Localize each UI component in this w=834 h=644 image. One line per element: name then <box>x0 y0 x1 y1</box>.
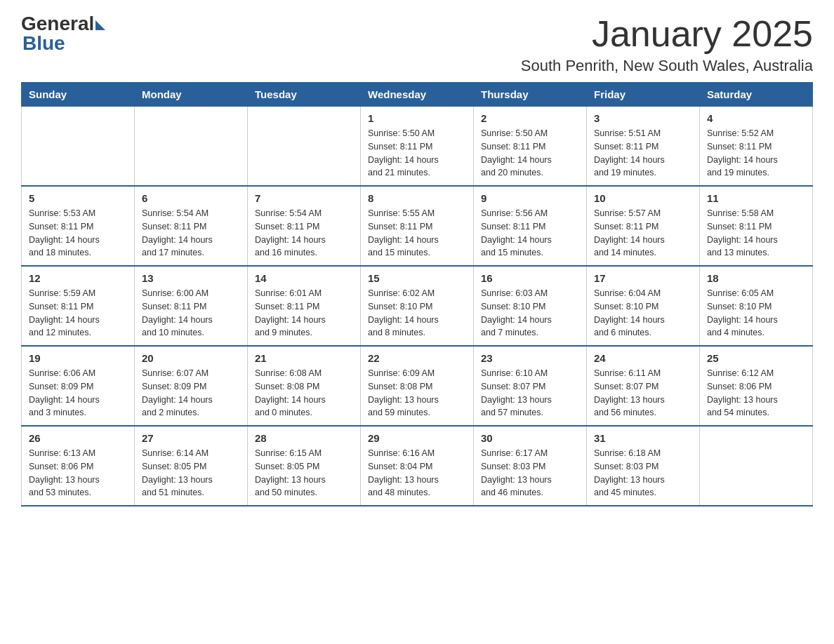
day-info: Sunrise: 5:52 AMSunset: 8:11 PMDaylight:… <box>707 127 805 180</box>
day-number: 28 <box>255 432 353 444</box>
header-sunday: Sunday <box>22 83 135 107</box>
day-number: 8 <box>368 192 466 204</box>
day-info: Sunrise: 6:00 AMSunset: 8:11 PMDaylight:… <box>142 287 240 340</box>
calendar-cell: 30Sunrise: 6:17 AMSunset: 8:03 PMDayligh… <box>474 426 587 506</box>
calendar-cell <box>135 107 248 187</box>
day-info: Sunrise: 6:18 AMSunset: 8:03 PMDaylight:… <box>594 447 692 499</box>
header-saturday: Saturday <box>700 83 813 107</box>
logo: General Blue <box>21 14 105 55</box>
day-info: Sunrise: 5:50 AMSunset: 8:11 PMDaylight:… <box>368 127 466 180</box>
day-info: Sunrise: 5:53 AMSunset: 8:11 PMDaylight:… <box>29 207 127 260</box>
calendar-cell: 29Sunrise: 6:16 AMSunset: 8:04 PMDayligh… <box>361 426 474 506</box>
day-info: Sunrise: 5:51 AMSunset: 8:11 PMDaylight:… <box>594 127 692 180</box>
calendar-cell: 16Sunrise: 6:03 AMSunset: 8:10 PMDayligh… <box>474 266 587 346</box>
day-info: Sunrise: 6:07 AMSunset: 8:09 PMDaylight:… <box>142 367 240 420</box>
header-friday: Friday <box>587 83 700 107</box>
day-number: 20 <box>142 352 240 364</box>
day-number: 5 <box>29 192 127 204</box>
day-number: 18 <box>707 272 805 284</box>
day-number: 11 <box>707 192 805 204</box>
calendar-cell: 2Sunrise: 5:50 AMSunset: 8:11 PMDaylight… <box>474 107 587 187</box>
day-number: 12 <box>29 272 127 284</box>
calendar-cell: 19Sunrise: 6:06 AMSunset: 8:09 PMDayligh… <box>22 346 135 426</box>
day-info: Sunrise: 5:57 AMSunset: 8:11 PMDaylight:… <box>594 207 692 260</box>
day-number: 6 <box>142 192 240 204</box>
header-tuesday: Tuesday <box>248 83 361 107</box>
day-info: Sunrise: 6:02 AMSunset: 8:10 PMDaylight:… <box>368 287 466 340</box>
day-info: Sunrise: 5:59 AMSunset: 8:11 PMDaylight:… <box>29 287 127 340</box>
calendar-cell <box>700 426 813 506</box>
day-number: 4 <box>707 112 805 124</box>
calendar-cell: 6Sunrise: 5:54 AMSunset: 8:11 PMDaylight… <box>135 186 248 266</box>
day-info: Sunrise: 6:12 AMSunset: 8:06 PMDaylight:… <box>707 367 805 420</box>
day-number: 16 <box>481 272 579 284</box>
calendar-cell <box>248 107 361 187</box>
day-number: 30 <box>481 432 579 444</box>
calendar-cell: 22Sunrise: 6:09 AMSunset: 8:08 PMDayligh… <box>361 346 474 426</box>
calendar-cell: 12Sunrise: 5:59 AMSunset: 8:11 PMDayligh… <box>22 266 135 346</box>
header-wednesday: Wednesday <box>361 83 474 107</box>
header-monday: Monday <box>135 83 248 107</box>
day-number: 26 <box>29 432 127 444</box>
day-info: Sunrise: 6:10 AMSunset: 8:07 PMDaylight:… <box>481 367 579 420</box>
day-info: Sunrise: 6:04 AMSunset: 8:10 PMDaylight:… <box>594 287 692 340</box>
logo-general-text: General <box>21 14 94 34</box>
day-number: 14 <box>255 272 353 284</box>
calendar-cell: 23Sunrise: 6:10 AMSunset: 8:07 PMDayligh… <box>474 346 587 426</box>
day-info: Sunrise: 6:17 AMSunset: 8:03 PMDaylight:… <box>481 447 579 499</box>
day-info: Sunrise: 6:06 AMSunset: 8:09 PMDaylight:… <box>29 367 127 420</box>
calendar-cell: 27Sunrise: 6:14 AMSunset: 8:05 PMDayligh… <box>135 426 248 506</box>
calendar-cell: 31Sunrise: 6:18 AMSunset: 8:03 PMDayligh… <box>587 426 700 506</box>
day-number: 3 <box>594 112 692 124</box>
calendar-cell <box>22 107 135 187</box>
day-number: 1 <box>368 112 466 124</box>
day-info: Sunrise: 6:16 AMSunset: 8:04 PMDaylight:… <box>368 447 466 499</box>
title-block: January 2025 South Penrith, New South Wa… <box>521 14 813 75</box>
page-header: General Blue January 2025 South Penrith,… <box>21 14 813 75</box>
day-number: 7 <box>255 192 353 204</box>
calendar-table: SundayMondayTuesdayWednesdayThursdayFrid… <box>21 82 813 507</box>
day-number: 31 <box>594 432 692 444</box>
header-thursday: Thursday <box>474 83 587 107</box>
day-number: 29 <box>368 432 466 444</box>
calendar-cell: 26Sunrise: 6:13 AMSunset: 8:06 PMDayligh… <box>22 426 135 506</box>
day-number: 17 <box>594 272 692 284</box>
calendar-cell: 21Sunrise: 6:08 AMSunset: 8:08 PMDayligh… <box>248 346 361 426</box>
day-number: 22 <box>368 352 466 364</box>
day-info: Sunrise: 5:56 AMSunset: 8:11 PMDaylight:… <box>481 207 579 260</box>
calendar-cell: 7Sunrise: 5:54 AMSunset: 8:11 PMDaylight… <box>248 186 361 266</box>
day-number: 27 <box>142 432 240 444</box>
calendar-cell: 24Sunrise: 6:11 AMSunset: 8:07 PMDayligh… <box>587 346 700 426</box>
calendar-cell: 15Sunrise: 6:02 AMSunset: 8:10 PMDayligh… <box>361 266 474 346</box>
calendar-cell: 20Sunrise: 6:07 AMSunset: 8:09 PMDayligh… <box>135 346 248 426</box>
day-info: Sunrise: 5:54 AMSunset: 8:11 PMDaylight:… <box>142 207 240 260</box>
day-number: 19 <box>29 352 127 364</box>
day-info: Sunrise: 5:55 AMSunset: 8:11 PMDaylight:… <box>368 207 466 260</box>
calendar-header-row: SundayMondayTuesdayWednesdayThursdayFrid… <box>22 83 813 107</box>
month-title: January 2025 <box>521 14 813 54</box>
day-number: 21 <box>255 352 353 364</box>
location-subtitle: South Penrith, New South Wales, Australi… <box>521 57 813 75</box>
day-info: Sunrise: 6:13 AMSunset: 8:06 PMDaylight:… <box>29 447 127 499</box>
calendar-cell: 5Sunrise: 5:53 AMSunset: 8:11 PMDaylight… <box>22 186 135 266</box>
calendar-week-2: 5Sunrise: 5:53 AMSunset: 8:11 PMDaylight… <box>22 186 813 266</box>
day-number: 2 <box>481 112 579 124</box>
day-number: 15 <box>368 272 466 284</box>
calendar-cell: 28Sunrise: 6:15 AMSunset: 8:05 PMDayligh… <box>248 426 361 506</box>
calendar-cell: 11Sunrise: 5:58 AMSunset: 8:11 PMDayligh… <box>700 186 813 266</box>
logo-blue-text: Blue <box>21 32 65 55</box>
day-number: 23 <box>481 352 579 364</box>
calendar-week-3: 12Sunrise: 5:59 AMSunset: 8:11 PMDayligh… <box>22 266 813 346</box>
calendar-cell: 25Sunrise: 6:12 AMSunset: 8:06 PMDayligh… <box>700 346 813 426</box>
day-info: Sunrise: 5:54 AMSunset: 8:11 PMDaylight:… <box>255 207 353 260</box>
day-info: Sunrise: 6:05 AMSunset: 8:10 PMDaylight:… <box>707 287 805 340</box>
day-number: 10 <box>594 192 692 204</box>
day-info: Sunrise: 6:09 AMSunset: 8:08 PMDaylight:… <box>368 367 466 420</box>
calendar-cell: 18Sunrise: 6:05 AMSunset: 8:10 PMDayligh… <box>700 266 813 346</box>
day-number: 13 <box>142 272 240 284</box>
calendar-cell: 4Sunrise: 5:52 AMSunset: 8:11 PMDaylight… <box>700 107 813 187</box>
day-number: 24 <box>594 352 692 364</box>
day-info: Sunrise: 6:11 AMSunset: 8:07 PMDaylight:… <box>594 367 692 420</box>
day-info: Sunrise: 6:01 AMSunset: 8:11 PMDaylight:… <box>255 287 353 340</box>
day-info: Sunrise: 6:08 AMSunset: 8:08 PMDaylight:… <box>255 367 353 420</box>
